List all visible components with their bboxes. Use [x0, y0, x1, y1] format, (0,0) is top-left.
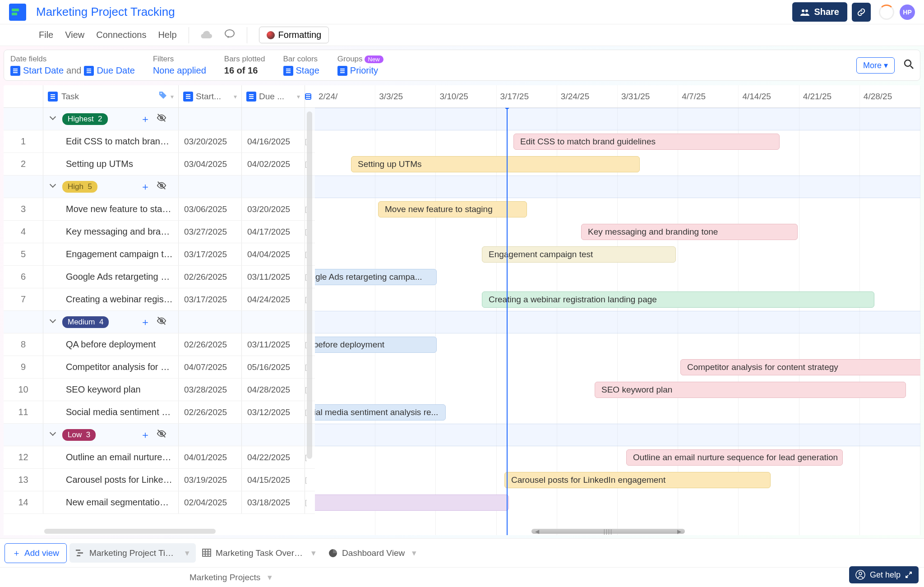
start-date-cell[interactable]: 02/26/2025 [179, 333, 242, 356]
task-row[interactable]: 10 SEO keyword plan 03/28/2025 04/28/202… [4, 379, 315, 401]
task-cell[interactable]: Google Ads retargeting ca... [43, 266, 179, 288]
add-task-icon[interactable]: ＋ [140, 428, 150, 442]
gantt-bar[interactable]: Google Ads retargeting campa... [315, 269, 437, 285]
chevron-down-icon[interactable] [51, 319, 58, 326]
task-row[interactable]: 5 Engagement campaign test 03/17/2025 04… [4, 243, 315, 266]
task-cell[interactable]: Setting up UTMs [43, 153, 179, 175]
left-horizontal-scrollbar[interactable] [44, 529, 216, 534]
chevron-down-icon[interactable]: ▾ [297, 93, 300, 100]
task-cell[interactable]: Edit CSS to match brand gui... [43, 130, 179, 153]
group-row[interactable]: Highest 2 ＋ [4, 108, 315, 130]
timeline-scrollbar[interactable]: ◀ |||| ▶ [531, 529, 685, 534]
view-tab[interactable]: Marketing Project Tim...▾ [69, 543, 196, 563]
hide-group-icon[interactable] [157, 316, 166, 328]
view-tab[interactable]: Dashboard View▾ [322, 543, 423, 563]
task-cell[interactable]: Move new feature to staging [43, 198, 179, 220]
gantt-bar[interactable]: Creating a webinar registration landing … [482, 291, 874, 308]
group-row[interactable]: High 5 ＋ [4, 176, 315, 198]
start-date-cell[interactable]: 02/26/2025 [179, 266, 242, 288]
vertical-scrollbar[interactable] [307, 111, 312, 459]
filters-value[interactable]: None applied [153, 65, 206, 76]
chevron-down-icon[interactable] [51, 183, 58, 190]
due-date-cell[interactable]: 04/04/2025 [242, 243, 305, 265]
due-date-cell[interactable]: 03/20/2025 [242, 198, 305, 220]
app-logo[interactable] [9, 4, 26, 21]
task-cell[interactable]: Carousel posts for LinkedIn... [43, 469, 179, 491]
chevron-down-icon[interactable] [51, 431, 58, 439]
task-row[interactable]: 9 Competitor analysis for con... 04/07/2… [4, 356, 315, 379]
due-date-cell[interactable]: 04/24/2025 [242, 288, 305, 310]
task-cell[interactable]: Social media sentiment anal... [43, 401, 179, 423]
gantt-bar[interactable]: Competitor analysis for content strategy [680, 359, 920, 375]
due-date-cell[interactable]: 04/28/2025 [242, 379, 305, 401]
start-date-cell[interactable]: 03/17/2025 [179, 288, 242, 310]
groups-value[interactable]: Priority [350, 65, 378, 76]
tag-icon[interactable] [159, 91, 167, 102]
start-date-cell[interactable]: 03/06/2025 [179, 198, 242, 220]
scroll-left-icon[interactable]: ◀ [535, 528, 539, 535]
comment-icon[interactable] [224, 29, 235, 41]
scroll-right-icon[interactable]: ▶ [677, 528, 681, 535]
task-row[interactable]: 12 Outline an email nurture se... 04/01/… [4, 446, 315, 469]
hide-group-icon[interactable] [157, 429, 166, 441]
task-cell[interactable]: Outline an email nurture se... [43, 446, 179, 468]
gantt-bar[interactable]: Outline an email nurture sequence for le… [626, 449, 843, 466]
task-row[interactable]: 7 Creating a webinar registra... 03/17/2… [4, 288, 315, 311]
gantt-bar[interactable]: SEO keyword plan [595, 382, 906, 398]
menu-view[interactable]: View [65, 30, 84, 40]
task-cell[interactable]: Creating a webinar registra... [43, 288, 179, 310]
more-button[interactable]: More ▾ [856, 57, 895, 74]
bar-colors-value[interactable]: Stage [296, 65, 319, 76]
copy-link-button[interactable] [852, 3, 871, 22]
gantt-bar[interactable]: Carousel posts for LinkedIn engagement [504, 472, 771, 488]
view-tab[interactable]: Marketing Task Overvi...▾ [196, 543, 322, 563]
gantt-bar[interactable]: Edit CSS to match brand guidelines [513, 134, 780, 150]
gantt-bar[interactable]: Social media sentiment analysis re... [315, 404, 446, 421]
start-date-cell[interactable]: 03/27/2025 [179, 221, 242, 243]
due-date-cell[interactable]: 04/15/2025 [242, 469, 305, 491]
formatting-button[interactable]: Formatting [259, 27, 329, 43]
task-row[interactable]: 13 Carousel posts for LinkedIn... 03/19/… [4, 469, 315, 491]
due-date-cell[interactable]: 05/16/2025 [242, 356, 305, 378]
menu-help[interactable]: Help [158, 30, 176, 40]
chevron-down-icon[interactable]: ▾ [412, 548, 416, 558]
page-title[interactable]: Marketing Project Tracking [36, 5, 175, 19]
gantt-bar[interactable]: QA before deployment [315, 337, 437, 353]
due-date-field[interactable]: Due Date [97, 65, 135, 76]
hide-group-icon[interactable] [157, 113, 166, 125]
task-row[interactable]: 4 Key messaging and brandin... 03/27/202… [4, 221, 315, 243]
chevron-down-icon[interactable]: ▾ [171, 93, 174, 100]
group-row[interactable]: Low 3 ＋ [4, 424, 315, 446]
gantt-bar[interactable]: Engagement campaign test [482, 246, 676, 263]
add-task-icon[interactable]: ＋ [140, 180, 150, 194]
start-date-cell[interactable]: 04/07/2025 [179, 356, 242, 378]
task-row[interactable]: 8 QA before deployment 02/26/2025 03/11/… [4, 333, 315, 356]
due-date-cell[interactable]: 03/18/2025 [242, 491, 305, 513]
gantt-bar[interactable]: Key messaging and branding tone [581, 224, 798, 240]
group-row[interactable]: Medium 4 ＋ [4, 311, 315, 333]
task-row[interactable]: 1 Edit CSS to match brand gui... 03/20/2… [4, 130, 315, 153]
start-date-cell[interactable]: 03/28/2025 [179, 379, 242, 401]
user-avatar[interactable]: HP [900, 5, 915, 20]
cloud-icon[interactable] [201, 29, 213, 41]
task-row[interactable]: 6 Google Ads retargeting ca... 02/26/202… [4, 266, 315, 288]
due-date-cell[interactable]: 03/12/2025 [242, 401, 305, 423]
task-cell[interactable]: Key messaging and brandin... [43, 221, 179, 243]
chevron-down-icon[interactable] [51, 116, 58, 123]
start-date-cell[interactable]: 03/17/2025 [179, 243, 242, 265]
gantt-bar[interactable]: Setting up UTMs [351, 156, 640, 172]
task-cell[interactable]: SEO keyword plan [43, 379, 179, 401]
start-date-cell[interactable]: 03/19/2025 [179, 469, 242, 491]
task-row[interactable]: 2 Setting up UTMs 03/04/2025 04/02/2025 … [4, 153, 315, 176]
task-row[interactable]: 14 New email segmentation st... 02/04/20… [4, 491, 315, 514]
project-switcher[interactable]: Marketing Projects ▾ [189, 572, 272, 582]
get-help-button[interactable]: Get help [849, 566, 919, 583]
gantt-bar[interactable]: Move new feature to staging [378, 201, 527, 217]
search-icon[interactable] [904, 59, 914, 72]
hide-group-icon[interactable] [157, 180, 166, 193]
start-date-cell[interactable]: 03/04/2025 [179, 153, 242, 175]
task-cell[interactable]: New email segmentation st... [43, 491, 179, 513]
chevron-down-icon[interactable]: ▾ [311, 548, 316, 558]
start-date-cell[interactable]: 04/01/2025 [179, 446, 242, 468]
start-date-cell[interactable]: 03/20/2025 [179, 130, 242, 153]
